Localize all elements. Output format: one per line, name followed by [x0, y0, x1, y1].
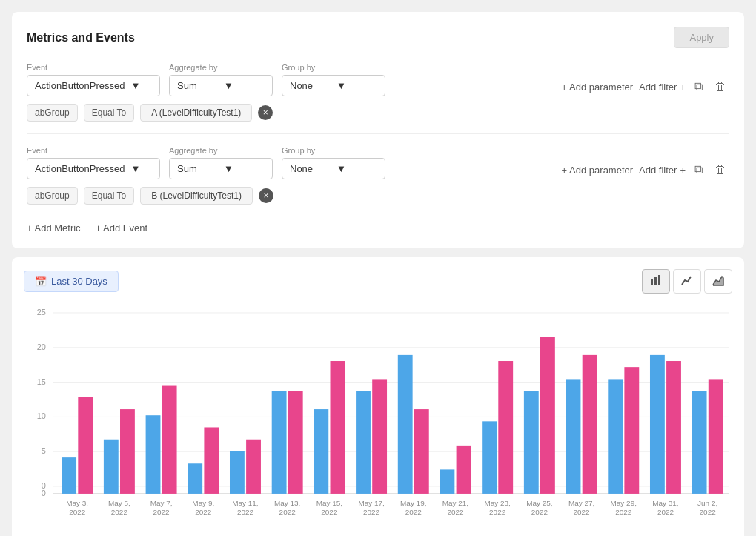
line-chart-icon — [681, 274, 693, 286]
svg-rect-56 — [608, 379, 623, 494]
copy-button-1[interactable]: ⧉ — [692, 77, 706, 96]
svg-rect-23 — [146, 415, 161, 494]
svg-text:May 31,2022: May 31,2022 — [652, 499, 678, 516]
svg-rect-18 — [78, 397, 93, 494]
chart-header: 📅 Last 30 Days — [24, 269, 732, 294]
aggregate-select-2[interactable]: Sum ▼ — [169, 158, 273, 179]
svg-rect-47 — [482, 421, 497, 494]
svg-rect-41 — [398, 355, 413, 494]
metric-row-1: Event ActionButtonPressed ▼ Aggregate by… — [27, 63, 729, 122]
add-filter-button-1[interactable]: Add filter + — [639, 82, 686, 93]
copy-button-2[interactable]: ⧉ — [692, 160, 706, 179]
svg-rect-59 — [650, 355, 665, 494]
add-metric-button[interactable]: + Add Metric — [27, 222, 81, 234]
aggregate-arrow-2: ▼ — [224, 163, 265, 174]
svg-rect-20 — [104, 440, 119, 494]
group-select-group-1: Group by None ▼ — [282, 63, 385, 96]
line-chart-button[interactable] — [673, 269, 701, 294]
svg-rect-53 — [566, 379, 581, 494]
svg-rect-62 — [692, 391, 707, 494]
svg-rect-26 — [188, 463, 202, 494]
metric-row-2: Event ActionButtonPressed ▼ Aggregate by… — [27, 146, 729, 205]
svg-text:25: 25 — [37, 308, 46, 317]
svg-text:10: 10 — [37, 411, 46, 420]
svg-text:May 19,2022: May 19,2022 — [400, 499, 426, 516]
group-arrow-2: ▼ — [336, 163, 377, 174]
metric-actions-1: + Add parameter Add filter + ⧉ 🗑 — [562, 77, 729, 96]
svg-rect-33 — [288, 391, 303, 494]
svg-rect-44 — [440, 469, 454, 494]
svg-rect-48 — [498, 361, 513, 494]
bar-chart-svg: 0 0 5 10 15 20 25 May 3,2022May 5,2022Ma… — [24, 305, 732, 520]
svg-rect-39 — [372, 379, 387, 494]
add-filter-button-2[interactable]: Add filter + — [639, 165, 686, 176]
svg-rect-54 — [583, 355, 597, 494]
event-select-2[interactable]: ActionButtonPressed ▼ — [27, 158, 160, 179]
svg-rect-51 — [540, 337, 555, 493]
add-param-button-2[interactable]: + Add parameter — [562, 165, 633, 176]
filter-ab-1: abGroup — [27, 104, 78, 122]
svg-rect-17 — [62, 457, 76, 494]
chart-type-controls — [642, 269, 732, 294]
svg-rect-30 — [246, 440, 261, 494]
svg-rect-35 — [314, 409, 328, 494]
event-select-group-1: Event ActionButtonPressed ▼ — [27, 63, 160, 96]
svg-rect-27 — [204, 427, 219, 493]
svg-text:May 25,2022: May 25,2022 — [526, 499, 552, 516]
area-chart-button[interactable] — [704, 269, 732, 294]
group-select-group-2: Group by None ▼ — [282, 146, 385, 179]
filter-val-1: A (LevelDifficultyTest1) — [140, 104, 252, 122]
event-arrow-2: ▼ — [130, 163, 152, 174]
remove-filter-1[interactable]: × — [258, 105, 273, 120]
delete-button-2[interactable]: 🗑 — [712, 160, 729, 179]
filter-row-1: abGroup Equal To A (LevelDifficultyTest1… — [27, 104, 729, 122]
bar-chart-icon — [650, 274, 662, 286]
svg-text:May 17,2022: May 17,2022 — [358, 499, 384, 516]
area-chart-icon — [712, 274, 724, 286]
chart-area: 0 0 5 10 15 20 25 May 3,2022May 5,2022Ma… — [24, 305, 732, 535]
svg-rect-50 — [524, 391, 539, 494]
svg-rect-36 — [331, 361, 345, 494]
add-event-button[interactable]: + Add Event — [96, 222, 147, 234]
svg-rect-45 — [457, 446, 471, 494]
svg-rect-0 — [651, 279, 653, 285]
event-label-2: Event — [27, 146, 160, 155]
aggregate-arrow-1: ▼ — [224, 80, 265, 91]
date-range-button[interactable]: 📅 Last 30 Days — [24, 271, 119, 292]
event-select-1[interactable]: ActionButtonPressed ▼ — [27, 75, 160, 96]
page-title: Metrics and Events — [27, 31, 135, 44]
aggregate-select-1[interactable]: Sum ▼ — [169, 75, 273, 96]
svg-rect-63 — [709, 379, 723, 494]
svg-rect-57 — [624, 367, 639, 494]
svg-rect-38 — [356, 391, 371, 494]
event-select-group-2: Event ActionButtonPressed ▼ — [27, 146, 160, 179]
delete-button-1[interactable]: 🗑 — [712, 77, 729, 96]
remove-filter-2[interactable]: × — [259, 188, 273, 203]
svg-text:May 21,2022: May 21,2022 — [442, 499, 468, 516]
svg-rect-42 — [414, 409, 429, 494]
filter-eq-1: Equal To — [84, 104, 134, 122]
date-range-label: Last 30 Days — [51, 276, 107, 287]
group-select-2[interactable]: None ▼ — [282, 158, 385, 179]
svg-text:May 7,2022: May 7,2022 — [150, 499, 173, 516]
svg-rect-24 — [162, 386, 177, 494]
svg-text:5: 5 — [42, 446, 46, 455]
add-param-button-1[interactable]: + Add parameter — [562, 82, 633, 93]
bar-chart-button[interactable] — [642, 269, 670, 294]
group-label-2: Group by — [282, 146, 385, 155]
svg-text:0: 0 — [42, 481, 46, 490]
filter-row-2: abGroup Equal To B (LevelDifficultyTest1… — [27, 187, 729, 205]
svg-text:May 29,2022: May 29,2022 — [611, 499, 637, 516]
calendar-icon: 📅 — [35, 276, 47, 287]
svg-rect-1 — [654, 277, 657, 285]
divider-1 — [27, 133, 729, 134]
apply-button[interactable]: Apply — [674, 27, 729, 48]
group-select-1[interactable]: None ▼ — [282, 75, 385, 96]
aggregate-label-2: Aggregate by — [169, 146, 273, 155]
filter-eq-2: Equal To — [84, 187, 134, 205]
svg-text:20: 20 — [37, 343, 46, 351]
aggregate-select-group-2: Aggregate by Sum ▼ — [169, 146, 273, 179]
svg-rect-32 — [272, 391, 287, 494]
aggregate-select-group-1: Aggregate by Sum ▼ — [169, 63, 273, 96]
event-label-1: Event — [27, 63, 160, 72]
